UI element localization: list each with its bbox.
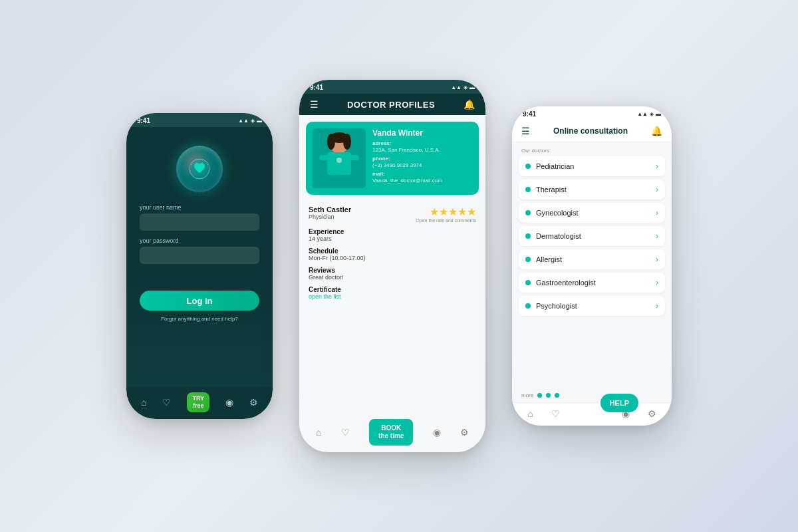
status-bar-left: 9:41 ▲▲ ◈ ▬ (126, 113, 273, 127)
profile-nav-icon[interactable]: ◉ (225, 397, 233, 408)
card-doctor-name: Vanda Winter (372, 128, 472, 138)
battery-icon-r: ▬ (656, 111, 661, 117)
specialty-dot-1 (525, 187, 531, 192)
specialty-dot-3 (525, 233, 531, 239)
physician-role: Physician (309, 213, 351, 220)
chevron-icon-2: › (656, 208, 658, 217)
username-label: your user name (140, 204, 182, 211)
doctor-profile-screen: Vanda Winter adress: 123A, San Francisco… (299, 115, 485, 414)
specialty-name-2: Gynecologist (536, 209, 656, 217)
specialty-item-pediatrician[interactable]: Pediatrician › (519, 156, 665, 176)
book-time-button[interactable]: BOOK the time (369, 419, 413, 446)
card-phone: phone: (+3) 3490 9029 3974 (372, 156, 472, 170)
reviews-value: Great doctor! (309, 274, 476, 281)
rating-area[interactable]: ★★★★★ Open the rate and comments (416, 205, 476, 223)
center-bottom-nav: ⌂ ♡ BOOK the time ◉ ⚙ (299, 414, 485, 452)
more-label: more (521, 392, 533, 398)
password-label: your password (140, 237, 179, 244)
settings-nav-right[interactable]: ⚙ (648, 408, 656, 419)
heart-logo-icon (189, 158, 210, 180)
home-nav-right[interactable]: ⌂ (527, 408, 533, 419)
profile-nav-center[interactable]: ◉ (433, 427, 441, 438)
favorites-nav-icon[interactable]: ♡ (162, 397, 171, 408)
status-time-right: 9:41 (523, 110, 536, 118)
bottom-nav-left: ⌂ ♡ TRY free ◉ ⚙ (126, 387, 273, 419)
specialty-item-gastroenterologist[interactable]: Gastroenterologist › (519, 273, 665, 293)
doctor-profiles-header: ☰ DOCTOR PROFILES 🔔 (299, 94, 485, 115)
mail-value: Vanda_the_doctor@mail.com (372, 178, 442, 184)
settings-nav-icon[interactable]: ⚙ (249, 397, 258, 408)
specialty-name-1: Therapist (536, 186, 656, 194)
chevron-icon-1: › (656, 185, 658, 194)
dot-nav-2[interactable] (546, 393, 551, 398)
home-nav-center[interactable]: ⌂ (316, 427, 321, 438)
hamburger-menu-right[interactable]: ☰ (521, 126, 530, 136)
wifi-icon-r: ◈ (650, 111, 654, 117)
favorites-nav-center[interactable]: ♡ (341, 427, 350, 438)
schedule-value: Mon-Fr (10.00-17.00) (309, 255, 476, 261)
consultation-header: ☰ Online consultation 🔔 (512, 120, 672, 142)
password-input[interactable] (140, 247, 259, 264)
chevron-icon-0: › (656, 162, 658, 171)
dot-nav-3[interactable] (555, 393, 559, 398)
dot-nav-1[interactable] (537, 393, 542, 398)
specialty-name-4: Allergist (536, 255, 656, 263)
certificate-label: Certificate (309, 286, 476, 293)
svg-point-9 (336, 158, 342, 163)
card-mail: mail: Vanda_the_doctor@mail.com (372, 171, 472, 185)
signal-icon-c: ▲▲ (451, 84, 462, 90)
address-value: 123A, San Francisco, U.S.A. (372, 147, 440, 153)
specialty-dot-2 (525, 210, 531, 215)
experience-label: Experience (309, 228, 476, 235)
star-rating: ★★★★★ (430, 205, 476, 218)
specialty-dot-0 (525, 164, 531, 169)
profile-content: Seth Castler Physician ★★★★★ Open the ra… (299, 201, 485, 414)
home-nav-icon[interactable]: ⌂ (141, 397, 146, 408)
battery-icon-c: ▬ (469, 84, 475, 90)
try-free-badge[interactable]: TRY free (187, 392, 209, 412)
doctor-profiles-title: DOCTOR PROFILES (347, 100, 435, 110)
specialty-item-gynecologist[interactable]: Gynecologist › (519, 203, 665, 223)
svg-point-5 (343, 134, 351, 150)
status-icons-right: ▲▲ ◈ ▬ (637, 111, 661, 117)
specialty-item-dermatologist[interactable]: Dermatologist › (519, 226, 665, 246)
specialty-item-therapist[interactable]: Therapist › (519, 180, 665, 200)
login-phone: 9:41 ▲▲ ◈ ▬ your user name your password… (126, 113, 273, 419)
consultation-title: Online consultation (553, 126, 628, 136)
chevron-icon-4: › (656, 255, 658, 264)
doctor-card: Vanda Winter adress: 123A, San Francisco… (306, 122, 479, 195)
specialty-item-allergist[interactable]: Allergist › (519, 249, 665, 269)
status-icons-left: ▲▲ ◈ ▬ (238, 118, 262, 124)
signal-icon-r: ▲▲ (637, 111, 648, 117)
svg-point-4 (327, 134, 335, 150)
bell-icon[interactable]: 🔔 (464, 99, 475, 110)
battery-icon: ▬ (257, 118, 262, 124)
reviews-section: Reviews Great doctor! (309, 267, 476, 281)
help-button[interactable]: HELP (600, 394, 638, 412)
chevron-icon-5: › (656, 278, 658, 287)
certificate-value[interactable]: open the list (309, 293, 476, 300)
experience-value: 14 years (309, 235, 476, 242)
login-screen: your user name your password Log in Forg… (126, 127, 273, 387)
wifi-icon: ◈ (251, 118, 255, 124)
favorites-nav-right[interactable]: ♡ (551, 408, 560, 419)
login-button[interactable]: Log in (140, 291, 259, 311)
specialty-dot-6 (525, 303, 531, 309)
specialty-item-psychologist[interactable]: Psychologist › (519, 296, 665, 316)
profile-top-row: Seth Castler Physician ★★★★★ Open the ra… (309, 205, 476, 223)
physician-info: Seth Castler Physician (309, 205, 351, 220)
hamburger-menu-icon[interactable]: ☰ (310, 99, 319, 110)
reviews-label: Reviews (309, 267, 476, 274)
status-time-center: 9:41 (310, 84, 323, 91)
bell-icon-right[interactable]: 🔔 (651, 126, 662, 136)
app-logo-bubble (176, 146, 223, 192)
settings-nav-center[interactable]: ⚙ (460, 427, 469, 438)
chevron-icon-6: › (656, 301, 658, 311)
schedule-label: Schedule (309, 247, 476, 255)
username-input[interactable] (140, 213, 259, 231)
mail-label: mail: (372, 171, 472, 178)
specialty-dot-4 (525, 257, 531, 262)
physician-name: Seth Castler (309, 205, 351, 213)
doctor-profile-phone: 9:41 ▲▲ ◈ ▬ ☰ DOCTOR PROFILES 🔔 (299, 80, 485, 452)
experience-section: Experience 14 years (309, 228, 476, 242)
